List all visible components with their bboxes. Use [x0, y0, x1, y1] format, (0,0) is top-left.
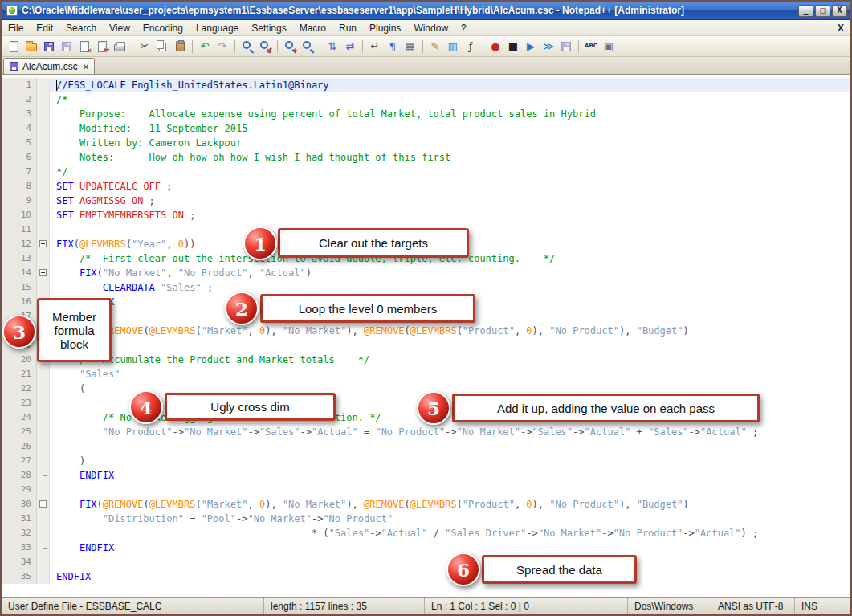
zoom-out-icon[interactable]: −: [300, 39, 316, 55]
code-text[interactable]: [50, 439, 850, 454]
print-icon[interactable]: [112, 39, 128, 55]
sync-vertical-scrolling-icon[interactable]: ⇅: [324, 39, 340, 55]
code-text[interactable]: ENDFIX: [50, 468, 850, 483]
code-text[interactable]: CLEARDATA "Sales" ;: [50, 280, 850, 295]
code-text[interactable]: * ("Sales"->"Actual" / "Sales Driver"->"…: [50, 526, 850, 541]
show-indent-guide-icon[interactable]: ▦: [402, 39, 418, 55]
code-text[interactable]: FIX(@REMOVE(@LEVMBRS("Market", 0), "No M…: [50, 497, 850, 512]
show-all-characters-icon[interactable]: ¶: [385, 39, 401, 55]
find-replace-icon[interactable]: ↺: [257, 39, 273, 55]
code-text[interactable]: "No Product"->"No Market"->"Sales"->"Act…: [50, 425, 850, 439]
sync-horizontal-scrolling-icon[interactable]: ⇄: [342, 39, 358, 55]
undo-icon[interactable]: ↶: [197, 39, 213, 55]
user-defined-dialog-icon[interactable]: ✎: [427, 39, 443, 55]
menu-macro[interactable]: Macro: [293, 21, 332, 35]
redo-icon[interactable]: ↷: [214, 39, 230, 55]
menu-run[interactable]: Run: [332, 21, 363, 35]
code-text[interactable]: ENDFIX: [50, 541, 850, 555]
zoom-in-icon[interactable]: +: [282, 39, 298, 55]
save-all-icon[interactable]: [59, 39, 75, 55]
line-number: 7: [2, 165, 37, 179]
find-icon[interactable]: [239, 39, 255, 55]
code-text[interactable]: ): [50, 454, 850, 468]
code-text[interactable]: Notes: How oh how oh how I wish I had th…: [50, 150, 850, 165]
menu-help[interactable]: ?: [455, 21, 473, 35]
document-map-icon[interactable]: ▥: [445, 39, 461, 55]
spell-check-icon[interactable]: ABC: [583, 39, 599, 55]
menu-encoding[interactable]: Encoding: [137, 21, 190, 35]
code-text[interactable]: FIX(@REMOVE(@LEVMBRS("Market", 0), "No M…: [50, 324, 850, 338]
fold-collapse-icon[interactable]: [37, 266, 50, 280]
fold-margin: [37, 569, 50, 584]
code-text[interactable]: //ESS_LOCALE English_UnitedStates.Latin1…: [50, 78, 850, 92]
tab-alcacum-csc[interactable]: AlcAcum.csc×: [3, 58, 95, 74]
fold-margin: [37, 439, 50, 454]
fold-margin: [37, 150, 50, 165]
line-number: 30: [2, 497, 37, 512]
code-text[interactable]: Purpose: Allocate expense using percent …: [50, 107, 850, 121]
paste-icon[interactable]: [172, 39, 188, 55]
status-insert-mode: INS: [794, 598, 850, 614]
close-document-icon[interactable]: X: [838, 22, 844, 34]
copy-icon[interactable]: [154, 39, 170, 55]
fold-margin: [37, 222, 50, 237]
menu-plugins[interactable]: Plugins: [363, 21, 407, 35]
menu-settings[interactable]: Settings: [245, 21, 292, 35]
function-list-icon[interactable]: ƒ: [463, 39, 479, 55]
code-text[interactable]: "Distribution" = "Pool"->"No Market"->"N…: [50, 512, 850, 526]
cut-icon[interactable]: ✂: [137, 39, 153, 55]
code-text[interactable]: */: [50, 165, 850, 179]
callout-label: Ugly cross dim: [210, 400, 289, 414]
fold-margin: [37, 367, 50, 381]
tab-close-icon[interactable]: ×: [84, 62, 88, 71]
code-editor[interactable]: 1//ESS_LOCALE English_UnitedStates.Latin…: [2, 75, 850, 597]
code-text[interactable]: SET EMPTYMEMBERSETS ON ;: [50, 208, 850, 222]
code-text[interactable]: [50, 338, 850, 353]
line-number: 32: [2, 526, 37, 541]
fold-margin: [37, 512, 50, 526]
menu-view[interactable]: View: [103, 21, 137, 35]
menu-language[interactable]: Language: [190, 21, 245, 35]
code-text[interactable]: "Sales": [50, 367, 850, 381]
code-text[interactable]: SET AGGMISSG ON ;: [50, 194, 850, 208]
save-file-icon[interactable]: [41, 39, 57, 55]
menu-edit[interactable]: Edit: [30, 21, 59, 35]
line-number: 31: [2, 512, 37, 526]
code-text[interactable]: Written by: Cameron Lackpour: [50, 136, 850, 150]
menu-bar: FileEditSearchViewEncodingLanguageSettin…: [2, 20, 850, 36]
menu-search[interactable]: Search: [59, 21, 103, 35]
code-line: 3 Purpose: Allocate expense using percen…: [2, 107, 850, 121]
fold-collapse-icon[interactable]: [37, 497, 50, 512]
code-line: 30 FIX(@REMOVE(@LEVMBRS("Market", 0), "N…: [2, 497, 850, 512]
stop-recording-icon[interactable]: ■: [505, 39, 521, 55]
callout-box-4: Ugly cross dim: [165, 393, 336, 421]
word-wrap-icon[interactable]: ↵: [367, 39, 383, 55]
restore-button[interactable]: □: [815, 5, 830, 17]
code-text[interactable]: SET UPDATECALC OFF ;: [50, 179, 850, 194]
line-number: 33: [2, 541, 37, 555]
close-all-files-icon[interactable]: **: [94, 39, 110, 55]
close-file-icon[interactable]: ×: [76, 39, 92, 55]
fold-margin: [37, 526, 50, 541]
code-text[interactable]: /*: [50, 92, 850, 107]
title-bar[interactable]: C:\Oracle\Middleware\user_projects\epmsy…: [2, 2, 850, 20]
code-line: 28 ENDFIX: [2, 468, 850, 483]
save-recorded-macro-icon[interactable]: [558, 39, 574, 55]
code-text[interactable]: Modified: 11 September 2015: [50, 121, 850, 136]
code-text[interactable]: /* Accumulate the Product and Market tot…: [50, 353, 850, 367]
fold-collapse-icon[interactable]: [37, 237, 50, 251]
open-file-icon[interactable]: [23, 39, 39, 55]
code-text[interactable]: [50, 483, 850, 497]
tab-bar: AlcAcum.csc×: [2, 57, 850, 75]
callout-number-badge-4: 4: [129, 390, 163, 424]
run-macro-multiple-times-icon[interactable]: ≫: [540, 39, 556, 55]
minimize-button[interactable]: _: [798, 5, 813, 17]
docking-panel-icon[interactable]: ▣: [601, 39, 617, 55]
menu-window[interactable]: Window: [407, 21, 455, 35]
close-button[interactable]: X: [832, 5, 847, 17]
new-file-icon[interactable]: [6, 39, 22, 55]
playback-macro-icon[interactable]: ▶: [523, 39, 539, 55]
menu-file[interactable]: File: [2, 21, 30, 35]
code-text[interactable]: FIX("No Market", "No Product", "Actual"): [50, 266, 850, 280]
record-macro-icon[interactable]: ●: [487, 39, 503, 55]
